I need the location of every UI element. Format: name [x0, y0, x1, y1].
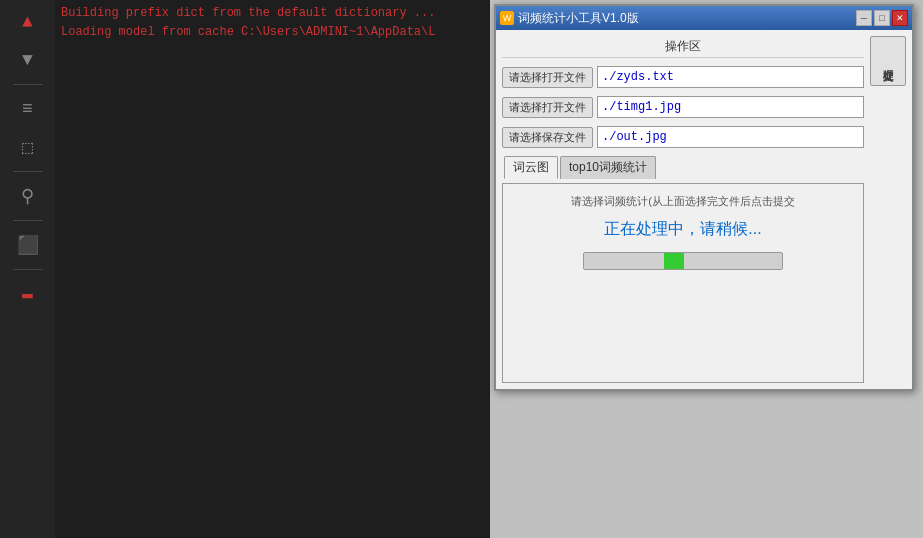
sidebar: ▲ ▼ ≡ ⬚ ⚲ ⬛ ▬: [0, 0, 55, 538]
file-row-2: 请选择打开文件: [502, 96, 864, 118]
up-arrow-icon[interactable]: ▲: [8, 4, 48, 40]
delete-icon[interactable]: ▬: [8, 276, 48, 312]
terminal-content: Building prefix dict from the default di…: [55, 0, 490, 538]
main-panel: 操作区 请选择打开文件 请选择打开文件 请选择保存文件: [502, 36, 864, 383]
processing-text: 正在处理中，请稍候...: [604, 219, 761, 240]
file-input-2[interactable]: [597, 96, 864, 118]
divider-2: [13, 171, 43, 172]
print-icon[interactable]: ⬛: [8, 227, 48, 263]
window-icon: W: [500, 11, 514, 25]
tab-wordcloud[interactable]: 词云图: [504, 156, 558, 179]
terminal-line-2: Loading model from cache C:\Users\ADMINI…: [61, 23, 484, 42]
list-icon[interactable]: ≡: [8, 91, 48, 127]
submit-process-button[interactable]: 提交处理: [870, 36, 906, 86]
window-title: 词频统计小工具V1.0版: [518, 10, 639, 27]
open-file-btn-1[interactable]: 请选择打开文件: [502, 67, 593, 88]
save-file-btn[interactable]: 请选择保存文件: [502, 127, 593, 148]
terminal-panel: ▲ ▼ ≡ ⬚ ⚲ ⬛ ▬ Building prefix dict from …: [0, 0, 490, 538]
title-bar-left: W 词频统计小工具V1.0版: [500, 10, 639, 27]
file-row-3: 请选择保存文件: [502, 126, 864, 148]
pin-icon[interactable]: ⚲: [8, 178, 48, 214]
window-body: 操作区 请选择打开文件 请选择打开文件 请选择保存文件: [496, 30, 912, 389]
tabs: 词云图 top10词频统计: [502, 156, 864, 179]
file-row-1: 请选择打开文件: [502, 66, 864, 88]
operation-area-label: 操作区: [502, 36, 864, 58]
progress-bar-fill: [664, 253, 684, 269]
processing-hint: 请选择词频统计(从上面选择完文件后点击提交: [571, 194, 795, 209]
progress-bar-container: [583, 252, 783, 270]
divider-1: [13, 84, 43, 85]
title-controls: ─ □ ✕: [856, 10, 908, 26]
main-window: W 词频统计小工具V1.0版 ─ □ ✕ 操作区 请选择打开文件: [494, 4, 914, 391]
minimize-button[interactable]: ─: [856, 10, 872, 26]
side-buttons: 提交处理: [870, 36, 906, 383]
title-bar[interactable]: W 词频统计小工具V1.0版 ─ □ ✕: [496, 6, 912, 30]
gui-area: W 词频统计小工具V1.0版 ─ □ ✕ 操作区 请选择打开文件: [490, 0, 923, 538]
divider-3: [13, 220, 43, 221]
down-arrow-icon[interactable]: ▼: [8, 42, 48, 78]
divider-4: [13, 269, 43, 270]
close-button[interactable]: ✕: [892, 10, 908, 26]
tab-top10[interactable]: top10词频统计: [560, 156, 656, 179]
file-input-1[interactable]: [597, 66, 864, 88]
maximize-button[interactable]: □: [874, 10, 890, 26]
terminal-line-1: Building prefix dict from the default di…: [61, 4, 484, 23]
sort-icon[interactable]: ⬚: [8, 129, 48, 165]
file-input-3[interactable]: [597, 126, 864, 148]
tab-content: 请选择词频统计(从上面选择完文件后点击提交 正在处理中，请稍候...: [502, 183, 864, 383]
open-file-btn-2[interactable]: 请选择打开文件: [502, 97, 593, 118]
